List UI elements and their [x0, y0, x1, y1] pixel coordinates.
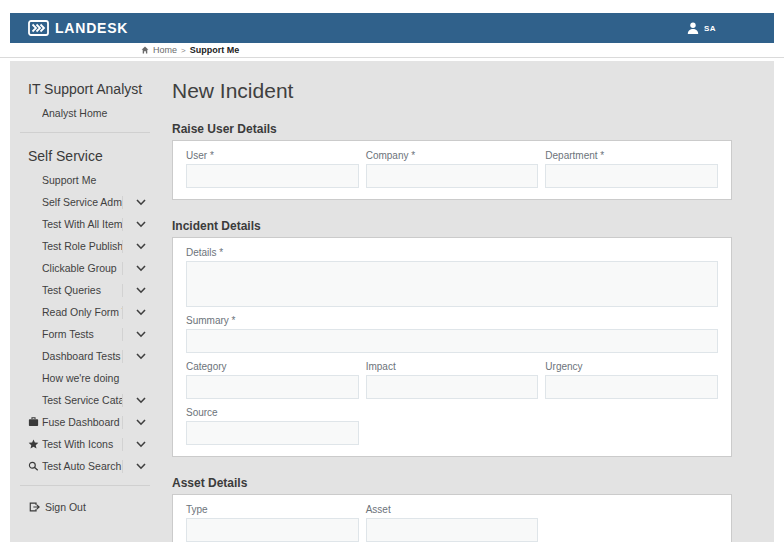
main-panel: New Incident Raise User DetailsUser *Com… [160, 61, 774, 542]
asset-input[interactable] [366, 518, 539, 542]
company-label: Company * [366, 150, 539, 161]
sidebar-item-label: Self Service Admin [42, 196, 122, 208]
field-type: Type [186, 504, 359, 542]
user-initials: SA [704, 24, 716, 33]
field-category: Category [186, 361, 359, 399]
urgency-input[interactable] [545, 375, 718, 399]
sidebar-nav: IT Support AnalystAnalyst HomeSelf Servi… [10, 61, 160, 542]
sidebar-item-label: Test Queries [42, 284, 122, 296]
field-department: Department * [545, 150, 718, 188]
details-input[interactable] [186, 261, 718, 307]
briefcase-icon [28, 417, 42, 427]
chevron-down-icon[interactable] [122, 416, 146, 429]
sign-out-button[interactable]: Sign Out [10, 501, 160, 513]
person-icon [686, 21, 700, 35]
sidebar-item-test-service-catalogue[interactable]: Test Service Catalogue [10, 389, 160, 411]
grid-spacer [545, 407, 718, 445]
brand-logo[interactable]: LANDESK [28, 20, 128, 36]
chevron-down-icon[interactable] [122, 328, 146, 341]
details-label: Details * [186, 247, 718, 258]
sidebar-item-test-queries[interactable]: Test Queries [10, 279, 160, 301]
brand-name: LANDESK [55, 20, 128, 36]
content-area: IT Support AnalystAnalyst HomeSelf Servi… [10, 61, 774, 542]
category-label: Category [186, 361, 359, 372]
triple-chevron-logo-icon [28, 20, 49, 36]
sidebar-item-test-role-publishing[interactable]: Test Role Publishing [10, 235, 160, 257]
source-label: Source [186, 407, 359, 418]
summary-input[interactable] [186, 329, 718, 353]
sidebar-item-test-auto-search[interactable]: Test Auto Search [10, 455, 160, 477]
category-input[interactable] [186, 375, 359, 399]
sidebar-item-test-with-all-items[interactable]: Test With All Items [10, 213, 160, 235]
form-section-heading-incident-details: Incident Details [172, 219, 732, 233]
chevron-down-icon[interactable] [122, 218, 146, 231]
chevron-down-icon[interactable] [122, 284, 146, 297]
sidebar-item-label: How we're doing [42, 372, 146, 384]
chevron-down-icon[interactable] [122, 394, 146, 407]
sidebar-item-fuse-dashboard-tests[interactable]: Fuse Dashboard Tests [10, 411, 160, 433]
form-section-heading-asset-details: Asset Details [172, 476, 732, 490]
sidebar-heading-it-support-analyst: IT Support Analyst [10, 74, 160, 102]
chevron-down-icon[interactable] [122, 460, 146, 473]
field-urgency: Urgency [545, 361, 718, 399]
sidebar-item-label: Test With Icons [42, 438, 122, 450]
source-input[interactable] [186, 421, 359, 445]
chevron-down-icon[interactable] [122, 196, 146, 209]
sidebar-item-label: Analyst Home [42, 107, 146, 119]
grid-spacer [366, 407, 539, 445]
sidebar-item-clickable-group[interactable]: Clickable Group [10, 257, 160, 279]
type-input[interactable] [186, 518, 359, 542]
sidebar-item-self-service-admin[interactable]: Self Service Admin [10, 191, 160, 213]
breadcrumb-current: Support Me [190, 45, 240, 55]
field-asset: Asset [366, 504, 539, 542]
sidebar-item-test-with-icons[interactable]: Test With Icons [10, 433, 160, 455]
sidebar-divider [20, 485, 150, 486]
sidebar-item-analyst-home[interactable]: Analyst Home [10, 102, 160, 124]
sidebar-item-label: Clickable Group [42, 262, 122, 274]
sidebar-item-label: Test Auto Search [42, 460, 122, 472]
sign-out-icon [29, 502, 40, 512]
user-label: User * [186, 150, 359, 161]
sign-out-label: Sign Out [45, 501, 86, 513]
page-title: New Incident [172, 79, 732, 103]
grid-spacer [545, 504, 718, 542]
sidebar-item-how-we-re-doing[interactable]: How we're doing [10, 367, 160, 389]
form-section-heading-raise-user-details: Raise User Details [172, 122, 732, 136]
form-panel-incident-details: Details *Summary *CategoryImpactUrgencyS… [172, 237, 732, 457]
user-input[interactable] [186, 164, 359, 188]
search-icon [28, 461, 42, 471]
sidebar-item-support-me[interactable]: Support Me [10, 169, 160, 191]
company-input[interactable] [366, 164, 539, 188]
field-source: Source [186, 407, 359, 445]
sidebar-item-label: Read Only Form Tests [42, 306, 122, 318]
breadcrumb-separator: > [181, 46, 186, 55]
breadcrumb-home-link[interactable]: Home [153, 45, 177, 55]
chevron-down-icon[interactable] [122, 438, 146, 451]
form-panel-raise-user-details: User *Company *Department * [172, 140, 732, 200]
chevron-down-icon[interactable] [122, 240, 146, 253]
field-user: User * [186, 150, 359, 188]
chevron-down-icon[interactable] [122, 306, 146, 319]
sidebar-heading-self-service: Self Service [10, 141, 160, 169]
user-menu[interactable]: SA [686, 21, 716, 35]
sidebar-item-form-tests[interactable]: Form Tests [10, 323, 160, 345]
sidebar-item-read-only-form-tests[interactable]: Read Only Form Tests [10, 301, 160, 323]
star-icon [28, 439, 42, 449]
sidebar-item-label: Fuse Dashboard Tests [42, 416, 122, 428]
app-header: LANDESK SA [10, 13, 774, 43]
impact-label: Impact [366, 361, 539, 372]
impact-input[interactable] [366, 375, 539, 399]
chevron-down-icon[interactable] [122, 350, 146, 363]
sidebar-item-label: Test With All Items [42, 218, 122, 230]
field-summary: Summary * [186, 315, 718, 353]
chevron-down-icon[interactable] [122, 262, 146, 275]
department-input[interactable] [545, 164, 718, 188]
field-impact: Impact [366, 361, 539, 399]
field-details: Details * [186, 247, 718, 307]
type-label: Type [186, 504, 359, 515]
sidebar-item-label: Test Role Publishing [42, 240, 122, 252]
asset-label: Asset [366, 504, 539, 515]
urgency-label: Urgency [545, 361, 718, 372]
sidebar-divider [20, 132, 150, 133]
sidebar-item-dashboard-tests[interactable]: Dashboard Tests [10, 345, 160, 367]
